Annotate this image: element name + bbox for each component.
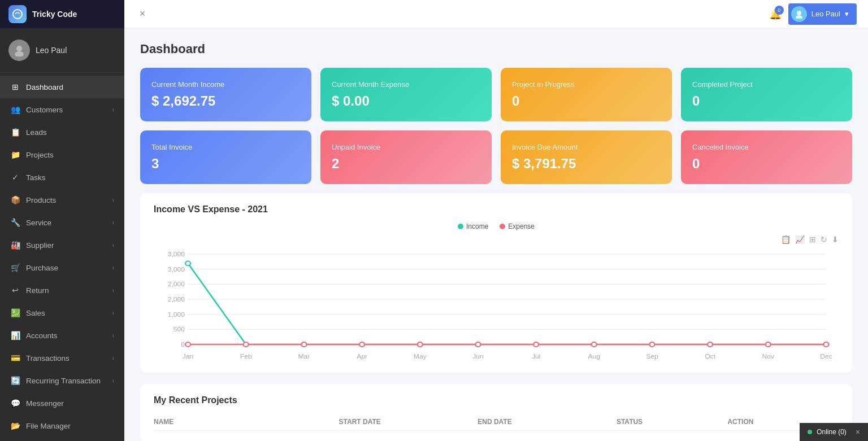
main-area: × 🔔 0 Leo Paul ▾ Dashboard Current Month… [124,0,868,441]
chart-tool-grid[interactable]: ⊞ [809,235,816,244]
sidebar-item-accounts[interactable]: 📊 Accounts › [0,324,124,347]
stat-value-unpaid-invoice: 2 [332,156,480,172]
svg-text:Jan: Jan [183,353,194,359]
notification-button[interactable]: 🔔 0 [769,8,782,20]
svg-text:0: 0 [181,341,185,347]
sidebar-item-sales[interactable]: 💹 Sales › [0,302,124,324]
nav-item-left: 📁 Projects [10,150,54,159]
sidebar-item-return[interactable]: ↩ Return › [0,279,124,302]
nav-item-left: ✓ Tasks [10,173,46,182]
svg-text:Dec: Dec [820,353,832,359]
user-menu-button[interactable]: Leo Paul ▾ [788,3,857,25]
nav-item-left: 📦 Products [10,195,56,204]
svg-text:Nov: Nov [762,353,775,359]
sidebar-item-supplier[interactable]: 🏭 Supplier › [0,234,124,256]
sidebar-nav: ⊞ Dashboard 👥 Customers › 📋 Leads 📁 Proj… [0,73,124,441]
recurring-transaction-label: Recurring Transaction [26,377,101,385]
sidebar-item-customers[interactable]: 👥 Customers › [0,98,124,121]
chevron-icon: › [112,333,114,339]
chevron-icon: › [112,197,114,203]
products-label: Products [26,196,56,204]
chevron-icon: › [112,265,114,271]
stat-label-current-month-income: Current Month Income [151,80,300,89]
svg-text:3,000: 3,000 [168,251,185,257]
sales-label: Sales [26,309,45,317]
transactions-label: Transactions [26,354,70,363]
svg-text:Sep: Sep [646,353,658,359]
svg-text:Apr: Apr [357,353,367,359]
nav-item-left: ⊞ Dashboard [10,82,63,91]
chart-tool-table[interactable]: 📋 [781,235,791,244]
page-title: Dashboard [140,42,852,56]
chart-tool-bar[interactable]: 📈 [795,235,805,244]
svg-point-46 [359,342,364,347]
svg-text:May: May [414,353,427,359]
recent-projects-section: My Recent Projects NameStart DateEnd Dat… [140,384,852,441]
sidebar-header: Tricky Code [0,0,124,28]
stat-label-total-invoice: Total Invoice [151,143,300,151]
app-logo [8,5,27,23]
svg-point-54 [824,342,829,347]
sidebar-item-service[interactable]: 🔧 Service › [0,211,124,234]
sidebar-item-messenger[interactable]: 💬 Messenger [0,392,124,414]
svg-point-2 [15,51,24,56]
sidebar-item-recurring-transaction[interactable]: 🔄 Recurring Transaction › [0,369,124,392]
svg-point-48 [476,342,481,347]
stat-card-unpaid-invoice: Unpaid Invoice 2 [320,130,492,184]
leads-label: Leads [26,128,47,137]
legend-income: Income [458,222,488,230]
tasks-icon: ✓ [10,173,20,182]
dashboard-icon: ⊞ [10,82,20,91]
stat-label-current-month-expense: Current Month Expense [332,80,480,89]
chevron-icon: › [112,107,114,113]
svg-text:Feb: Feb [240,353,252,359]
user-chevron-icon: ▾ [845,10,849,18]
chart-container: 3,0003,0002,0002,0001,0005000JanFebMarAp… [154,248,839,361]
sidebar-item-transactions[interactable]: 💳 Transactions › [0,347,124,369]
stat-label-completed-project: Completed Project [692,80,841,89]
stat-label-project-in-progress: Project In Progress [512,80,661,89]
chart-tool-refresh[interactable]: ↻ [821,235,827,244]
svg-point-1 [16,46,22,51]
svg-point-43 [185,342,190,347]
online-badge: Online (0) × [800,423,868,441]
chart-title: Income VS Expense - 2021 [154,204,839,215]
nav-item-left: 🔄 Recurring Transaction [10,376,101,385]
purchase-icon: 🛒 [10,263,20,272]
close-button[interactable]: × [136,7,149,21]
chevron-icon: › [112,220,114,226]
svg-text:3,000: 3,000 [168,266,185,272]
sidebar-item-dashboard[interactable]: ⊞ Dashboard [0,76,124,98]
income-dot [458,224,463,229]
stat-label-unpaid-invoice: Unpaid Invoice [332,143,480,151]
sidebar-user: Leo Paul [0,28,124,73]
legend-expense: Expense [500,222,535,230]
income-label: Income [466,222,488,230]
sidebar-item-leads[interactable]: 📋 Leads [0,121,124,143]
return-icon: ↩ [10,286,20,295]
online-close-button[interactable]: × [856,427,860,436]
stat-value-current-month-expense: $ 0.00 [332,93,480,109]
svg-point-52 [708,342,713,347]
stat-card-invoice-due-amount: Invoice Due Amount $ 3,791.75 [501,130,672,184]
stats-row-2: Total Invoice 3 Unpaid Invoice 2 Invoice… [140,130,852,184]
sidebar-item-products[interactable]: 📦 Products › [0,189,124,211]
sidebar-item-projects[interactable]: 📁 Projects [0,143,124,166]
messenger-icon: 💬 [10,399,20,408]
leads-icon: 📋 [10,128,20,137]
chevron-icon: › [112,378,114,384]
transactions-icon: 💳 [10,353,20,363]
svg-text:Oct: Oct [705,353,716,359]
sidebar-item-purchase[interactable]: 🛒 Purchase › [0,256,124,279]
chart-section: Income VS Expense - 2021 Income Expense … [140,193,852,373]
chart-tool-download[interactable]: ⬇ [832,235,839,244]
svg-text:1,000: 1,000 [168,311,185,317]
sidebar-item-tasks[interactable]: ✓ Tasks [0,166,124,189]
online-label: Online (0) [817,428,847,436]
stat-value-project-in-progress: 0 [512,93,661,109]
svg-text:Mar: Mar [298,353,310,359]
chart-legend: Income Expense [154,222,839,230]
products-icon: 📦 [10,195,20,204]
sidebar-item-file-manager[interactable]: 📂 File Manager [0,414,124,437]
return-label: Return [26,286,49,295]
